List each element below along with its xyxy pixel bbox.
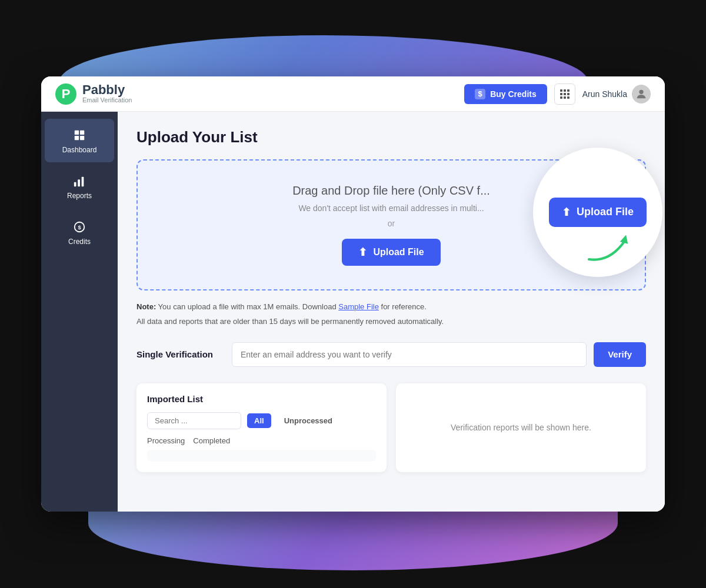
svg-rect-3 — [75, 136, 79, 140]
note-line1: Note: You can upload a file with max 1M … — [136, 301, 646, 313]
sidebar-label-reports: Reports — [67, 192, 92, 200]
app-name: Pabbly — [82, 83, 132, 96]
sidebar-item-dashboard[interactable]: Dashboard — [45, 119, 114, 162]
app-window: P Pabbly Email Verification $ Buy Credit… — [41, 76, 665, 512]
imported-section: Imported List All Unprocessed Processing… — [136, 383, 646, 472]
app-subtitle: Email Verification — [82, 96, 132, 104]
list-item — [147, 450, 376, 462]
sample-file-link[interactable]: Sample File — [338, 302, 379, 311]
sidebar-item-credits[interactable]: $ Credits — [45, 211, 114, 254]
verify-button[interactable]: Verify — [594, 342, 646, 367]
sidebar-item-reports[interactable]: Reports — [45, 165, 114, 208]
reports-placeholder: Verification reports will be shown here. — [451, 423, 591, 432]
filter-row: All Unprocessed — [147, 412, 376, 429]
pabbly-logo: P — [55, 83, 76, 105]
verify-label: Verify — [608, 349, 632, 359]
imported-list-title: Imported List — [147, 394, 376, 404]
single-verify-section: Single Verification Verify — [136, 342, 646, 367]
note-section: Note: You can upload a file with max 1M … — [136, 301, 646, 328]
grid-icon — [560, 89, 570, 99]
filter-completed-label[interactable]: Completed — [193, 436, 230, 445]
single-verify-input[interactable] — [232, 342, 587, 367]
imported-list-panel: Imported List All Unprocessed Processing… — [136, 383, 387, 472]
filter-all-label: All — [254, 416, 264, 425]
upload-circle: ⬆ Upload File — [533, 148, 662, 277]
search-input[interactable] — [147, 412, 241, 429]
upload-circle-label: Upload File — [577, 206, 634, 218]
svg-point-0 — [639, 89, 643, 93]
logo-area: P Pabbly Email Verification — [55, 83, 132, 105]
filter-row-2: Processing Completed — [147, 436, 376, 445]
filter-all-button[interactable]: All — [247, 413, 271, 428]
reports-icon — [71, 173, 88, 189]
page-title: Upload Your List — [136, 128, 646, 146]
upload-icon-main: ⬆ — [358, 246, 367, 259]
svg-rect-6 — [78, 179, 80, 186]
arrow-icon — [586, 230, 633, 265]
single-verify-label: Single Verification — [136, 349, 225, 359]
svg-rect-5 — [74, 182, 76, 186]
credits-icon: $ — [71, 219, 88, 235]
filter-unprocessed-button[interactable]: Unprocessed — [277, 413, 339, 428]
upload-dropzone: Drag and Drop file here (Only CSV f... W… — [136, 159, 646, 290]
upload-circle-icon: ⬆ — [562, 206, 571, 219]
grid-icon-button[interactable] — [554, 83, 575, 105]
upload-file-label-main: Upload File — [373, 247, 424, 258]
svg-rect-1 — [75, 131, 79, 135]
svg-text:$: $ — [78, 225, 81, 230]
filter-processing-label[interactable]: Processing — [147, 436, 185, 445]
dollar-icon: $ — [475, 89, 485, 99]
buy-credits-label: Buy Credits — [490, 89, 537, 99]
upload-file-button-main[interactable]: ⬆ Upload File — [342, 239, 440, 266]
content-area: Upload Your List Drag and Drop file here… — [118, 112, 665, 512]
user-avatar — [632, 85, 651, 103]
note-line2: All data and reports that are older than… — [136, 316, 646, 328]
upload-file-circle-button[interactable]: ⬆ Upload File — [549, 198, 647, 227]
note-bold: Note: — [136, 302, 156, 311]
svg-rect-7 — [82, 177, 84, 187]
svg-marker-10 — [620, 233, 630, 243]
sidebar: Dashboard Reports — [41, 112, 118, 512]
outer-background: P Pabbly Email Verification $ Buy Credit… — [0, 0, 706, 588]
svg-rect-4 — [80, 136, 84, 140]
verification-reports-panel: Verification reports will be shown here. — [396, 383, 646, 472]
header: P Pabbly Email Verification $ Buy Credit… — [41, 76, 665, 112]
sidebar-label-dashboard: Dashboard — [62, 146, 97, 154]
buy-credits-button[interactable]: $ Buy Credits — [464, 84, 547, 104]
svg-rect-2 — [80, 131, 84, 135]
sidebar-label-credits: Credits — [68, 238, 91, 246]
logo-text: Pabbly Email Verification — [82, 83, 132, 104]
note-text-part2: for reference. — [381, 302, 427, 311]
note-text-part1: You can upload a file with max 1M emails… — [158, 302, 339, 311]
user-name: Arun Shukla — [582, 89, 627, 99]
header-right: $ Buy Credits Arun Shukla — [464, 83, 651, 105]
dashboard-icon — [71, 127, 88, 143]
main-layout: Dashboard Reports — [41, 112, 665, 512]
user-area[interactable]: Arun Shukla — [582, 85, 651, 103]
